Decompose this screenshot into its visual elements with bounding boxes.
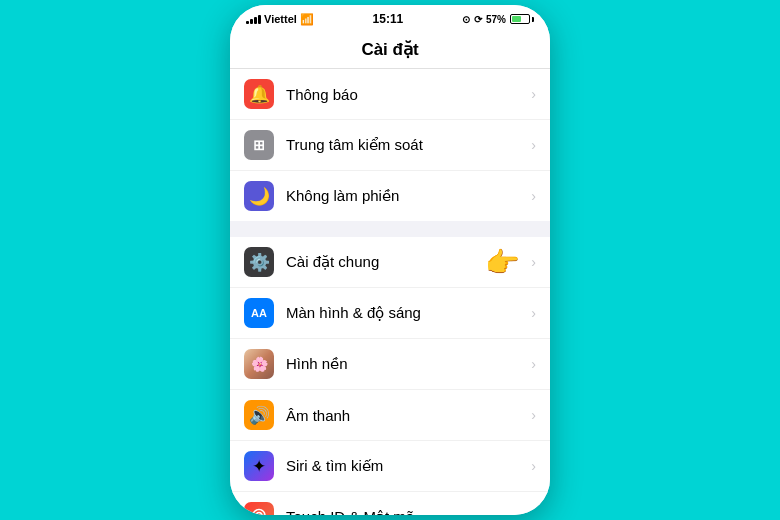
battery-icon (510, 14, 534, 24)
cai-dat-chung-icon: ⚙️ (244, 247, 274, 277)
man-hinh-icon: AA (244, 298, 274, 328)
chevron-icon-5: › (531, 356, 536, 372)
wifi-icon: 📶 (300, 13, 314, 26)
status-time: 15:11 (373, 12, 404, 26)
chevron-icon-1: › (531, 137, 536, 153)
signal-icon (246, 14, 261, 24)
carrier-name: Viettel (264, 13, 297, 25)
khong-lam-icon: 🌙 (244, 181, 274, 211)
chevron-icon-2: › (531, 188, 536, 204)
touch-id-icon (244, 502, 274, 515)
trung-tam-icon: ⊞ (244, 130, 274, 160)
chevron-icon-6: › (531, 407, 536, 423)
hinh-nen-icon: 🌸 (244, 349, 274, 379)
nav-bar: Cài đặt (230, 33, 550, 69)
settings-content: 🔔 Thông báo › ⊞ Trung tâm kiểm soát › 🌙 … (230, 69, 550, 515)
settings-row-touch-id[interactable]: Touch ID & Mật mã › (230, 492, 550, 515)
settings-row-thong-bao[interactable]: 🔔 Thông báo › (230, 69, 550, 120)
chevron-icon-4: › (531, 305, 536, 321)
settings-row-khong-lam[interactable]: 🌙 Không làm phiền › (230, 171, 550, 221)
chevron-icon-3: › (531, 254, 536, 270)
hinh-nen-label: Hình nền (286, 355, 531, 373)
settings-row-trung-tam[interactable]: ⊞ Trung tâm kiểm soát › (230, 120, 550, 171)
settings-row-hinh-nen[interactable]: 🌸 Hình nền › (230, 339, 550, 390)
section-gap-1 (230, 229, 550, 237)
am-thanh-label: Âm thanh (286, 407, 531, 424)
section-1: 🔔 Thông báo › ⊞ Trung tâm kiểm soát › 🌙 … (230, 69, 550, 221)
thong-bao-icon: 🔔 (244, 79, 274, 109)
am-thanh-icon: 🔊 (244, 400, 274, 430)
siri-icon: ✦ (244, 451, 274, 481)
rotation-icon: ⟳ (474, 14, 482, 25)
trung-tam-label: Trung tâm kiểm soát (286, 136, 531, 154)
settings-row-man-hinh[interactable]: AA Màn hình & độ sáng › (230, 288, 550, 339)
phone-frame: Viettel 📶 15:11 ⊙ ⟳ 57% Cài đặt 🔔 Thông … (230, 5, 550, 515)
battery-percent: 57% (486, 14, 506, 25)
settings-row-siri[interactable]: ✦ Siri & tìm kiếm › (230, 441, 550, 492)
section-2: ⚙️ Cài đặt chung › 👉 AA Màn hình & độ sá… (230, 237, 550, 515)
alarm-icon: ⊙ (462, 14, 470, 25)
chevron-icon-7: › (531, 458, 536, 474)
status-bar: Viettel 📶 15:11 ⊙ ⟳ 57% (230, 5, 550, 33)
settings-row-am-thanh[interactable]: 🔊 Âm thanh › (230, 390, 550, 441)
status-left: Viettel 📶 (246, 13, 314, 26)
siri-label: Siri & tìm kiếm (286, 457, 531, 475)
khong-lam-label: Không làm phiền (286, 187, 531, 205)
pointing-hand-icon: 👉 (485, 246, 520, 279)
chevron-icon-8: › (531, 509, 536, 515)
status-right: ⊙ ⟳ 57% (462, 14, 534, 25)
man-hinh-label: Màn hình & độ sáng (286, 304, 531, 322)
nav-title: Cài đặt (361, 40, 418, 59)
chevron-icon-0: › (531, 86, 536, 102)
touch-id-label: Touch ID & Mật mã (286, 508, 531, 515)
settings-row-cai-dat-chung[interactable]: ⚙️ Cài đặt chung › 👉 (230, 237, 550, 288)
thong-bao-label: Thông báo (286, 86, 531, 103)
